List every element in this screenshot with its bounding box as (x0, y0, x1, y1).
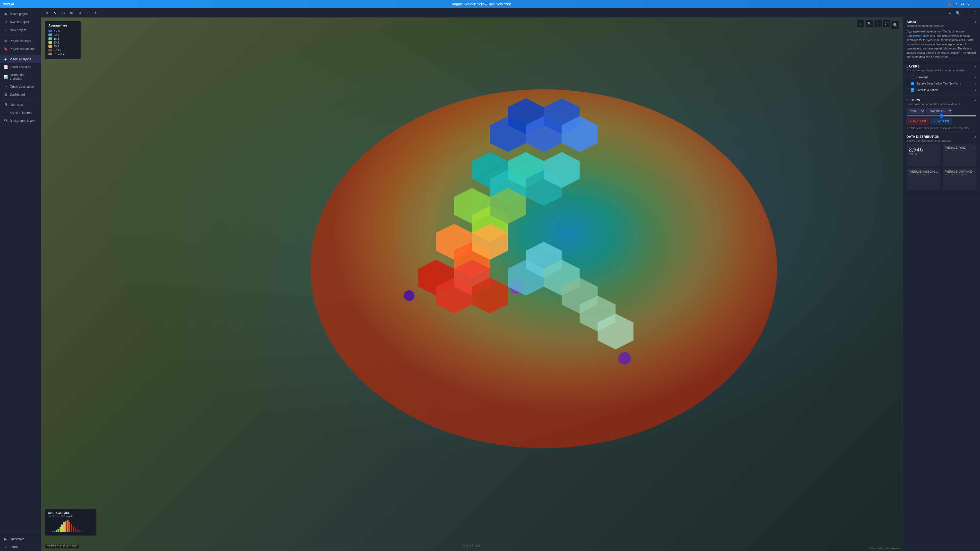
map-fullscreen-btn[interactable]: ⛶ (883, 20, 890, 27)
dd-section-header[interactable]: DATA DISTRIBUTION ∧ (907, 135, 977, 138)
about-section: ABOUT ∧ Information about the data set A… (903, 17, 980, 62)
dd-grid: ··· 2,946 CELLS ··· AVERAGE FARE min 0 m… (907, 144, 977, 190)
here-link[interactable]: here (943, 56, 948, 59)
dd-cells-number: 2,946 (908, 146, 939, 153)
sidebar-item-active-project[interactable]: ◉ Active project (0, 10, 41, 18)
sidebar-item-switch-project[interactable]: ⇄ Switch project (0, 18, 41, 26)
sidebar-label-active-project: Active project (10, 12, 29, 16)
sidebar-item-quickstart[interactable]: ▶ Quickstart (0, 535, 41, 543)
legend-color-5 (48, 49, 52, 51)
toolbar-undo-btn[interactable]: ↺ (76, 9, 83, 16)
sidebar-item-distribution-analytics[interactable]: 📊 Distribution analytics (0, 71, 41, 83)
sidebar-item-data-sets[interactable]: 🗄 Data sets (0, 101, 41, 109)
layer-drag-drawings[interactable]: ⠿ (907, 75, 908, 79)
distribution-analytics-icon: 📊 (3, 75, 8, 79)
layer-chevron-drawings[interactable]: ∨ (974, 75, 977, 79)
layer-drag-taxi[interactable]: ⠿ (907, 82, 908, 85)
map-attribution: background layer by ● mapbox (869, 547, 900, 549)
sidebar-item-learn[interactable]: ? Learn (0, 543, 41, 551)
switch-project-icon: ⇄ (3, 20, 8, 24)
dd-menu-avg-pass[interactable]: ··· (937, 170, 939, 173)
tlc-link[interactable]: Taxi & Limousine Commission New York (907, 30, 964, 37)
legend-color-4 (48, 45, 52, 48)
filter-include-btn[interactable]: ✓ INCLUDE (931, 119, 952, 124)
layer-chevron-satellite[interactable]: ∨ (974, 88, 977, 91)
sidebar-label-switch-project: Switch project (10, 20, 29, 24)
layer-drag-satellite[interactable]: ⠿ (907, 88, 908, 91)
settings-icon[interactable]: ⚙ (961, 2, 964, 6)
hist-bars (48, 519, 93, 532)
layers-collapse-btn[interactable]: ∧ (974, 65, 977, 68)
toolbar-list-btn[interactable]: ≡ (946, 9, 953, 16)
filter-range-slider[interactable] (907, 115, 977, 116)
sidebar-item-origin-destination[interactable]: ↔ Origin destination (0, 83, 41, 91)
project-settings-icon: ⚙ (3, 39, 8, 43)
toolbar-search-btn[interactable]: 🔍 (954, 9, 961, 16)
project-bookmarks-icon: 🔖 (3, 47, 8, 51)
toolbar-crop-btn[interactable]: ⊡ (60, 9, 67, 16)
sidebar-item-areas-of-interest[interactable]: ◻ Areas of interest (0, 109, 41, 117)
about-section-header[interactable]: ABOUT ∧ (907, 20, 977, 24)
legend-item-4: 30.5 (48, 45, 77, 48)
bookmark-icon[interactable]: 🔖 (947, 2, 951, 6)
map-search2-btn[interactable]: 🔍 (865, 20, 873, 27)
map-container[interactable]: Average fare ≤ 2.5 9.49 16.5 (41, 17, 903, 551)
active-project-icon: ◉ (3, 12, 8, 16)
sidebar-item-background-layers[interactable]: 🗺 Background layers (0, 117, 41, 125)
dd-menu-avg-fare[interactable]: ··· (972, 146, 975, 149)
sidebar-item-project-bookmarks[interactable]: 🔖 Project bookmarks (0, 45, 41, 53)
toolbar-copy-btn[interactable]: ⊡ (84, 9, 92, 16)
sidebar-label-background-layers: Background layers (10, 119, 35, 122)
layer-name-taxi: Sample Data: Yellow Taxi New York (916, 82, 972, 85)
toolbar-fullscreen-btn[interactable]: ⛶ (971, 9, 978, 16)
sidebar-item-new-project[interactable]: ＋ New project (0, 26, 41, 35)
layer-checkbox-drawings[interactable] (911, 75, 914, 79)
dd-menu-avg-dist[interactable]: ··· (972, 170, 975, 173)
map-plus-btn[interactable]: ＋ (874, 20, 881, 27)
sidebar-item-trend-analytics[interactable]: 📈 Trend analytics (0, 63, 41, 71)
filter-prop-select[interactable]: Prop... (907, 108, 925, 114)
filter-hint: No filters set: click include or exclude… (907, 127, 977, 130)
origin-destination-icon: ↔ (3, 84, 8, 88)
sidebar-item-project-settings[interactable]: ⚙ Project settings (0, 37, 41, 45)
legend-label-0: ≤ 2.5 (54, 29, 60, 32)
filters-section-header[interactable]: FILTERS ∧ (907, 98, 977, 102)
toolbar-move-btn[interactable]: ✥ (43, 9, 51, 16)
legend-item-1: 9.49 (48, 33, 77, 37)
layer-checkbox-satellite[interactable]: ✓ (911, 88, 914, 92)
dd-collapse-btn[interactable]: ∧ (974, 135, 977, 138)
sidebar-label-project-bookmarks: Project bookmarks (10, 47, 35, 51)
sidebar-label-areas-of-interest: Areas of interest (10, 111, 32, 114)
filters-collapse-btn[interactable]: ∧ (974, 98, 977, 102)
toolbar-add-btn[interactable]: ＋ (963, 9, 970, 16)
toolbar-redo-btn[interactable]: ↻ (93, 9, 100, 16)
help-icon[interactable]: ? (967, 2, 969, 6)
legend-label-6: No value (54, 52, 65, 56)
sidebar-item-dashboard[interactable]: ⊞ Dashboard (0, 91, 41, 98)
hist-subtitle: min 2 max 142 avg 40 (48, 515, 93, 518)
right-panel: ABOUT ∧ Information about the data set A… (903, 17, 980, 551)
dd-card-cells: ··· 2,946 CELLS (907, 144, 940, 166)
toolbar-select-btn[interactable]: ↖ (51, 9, 59, 16)
visual-analytics-icon: ◈ (3, 57, 8, 61)
layers-title: LAYERS (907, 65, 920, 68)
layer-chevron-taxi[interactable]: ∨ (974, 82, 977, 85)
sidebar-item-visual-analytics[interactable]: ◈ Visual analytics (0, 55, 41, 63)
layer-checkbox-taxi[interactable]: ✓ (911, 82, 914, 85)
user-icon[interactable]: 👤 (972, 2, 977, 6)
filter-value-select[interactable]: Average di... (926, 108, 952, 114)
layers-section-header[interactable]: LAYERS ∧ (907, 65, 977, 68)
map-background: Average fare ≤ 2.5 9.49 16.5 (41, 17, 903, 551)
toolbar-crop2-btn[interactable]: ⊞ (68, 9, 75, 16)
map-top-controls: ≡ 🔍 ＋ ⛶ (857, 20, 890, 27)
include-icon: ✓ (933, 120, 935, 123)
sidebar-label-learn: Learn (10, 545, 18, 549)
map-layers-btn[interactable]: ≡ (857, 20, 864, 27)
share-icon[interactable]: ↗ (955, 2, 958, 6)
quickstart-icon: ▶ (3, 537, 8, 541)
map-search-button[interactable]: 🔍 (891, 21, 899, 29)
dd-menu-cells[interactable]: ··· (937, 146, 939, 149)
main-layout: ◉ Active project ⇄ Switch project ＋ New … (0, 8, 980, 551)
filter-exclude-btn[interactable]: ✕ EXCLUDE (907, 119, 929, 124)
about-collapse-btn[interactable]: ∧ (974, 20, 977, 24)
